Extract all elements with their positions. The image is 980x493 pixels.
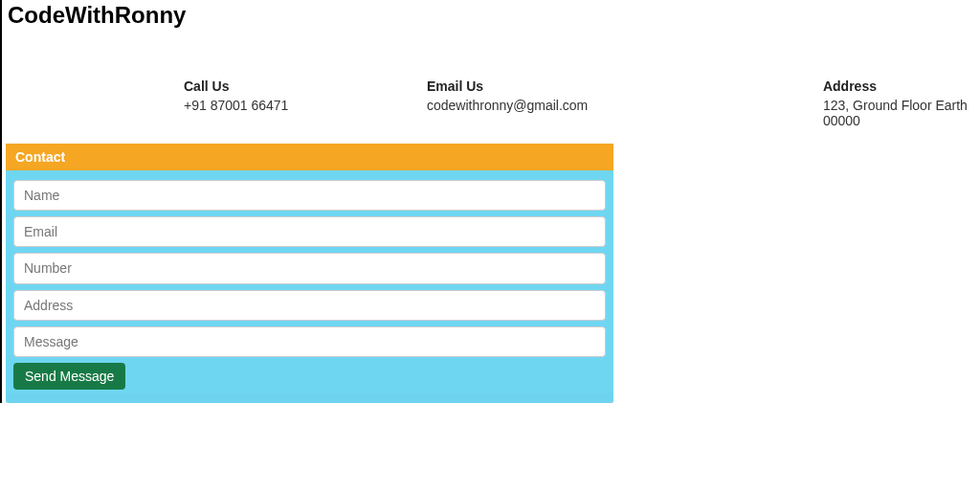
name-input[interactable] bbox=[13, 180, 606, 211]
info-block-email: Email Us codewithronny@gmail.com bbox=[427, 78, 670, 128]
address-value: 123, Ground Floor Earth 00000 bbox=[823, 98, 980, 128]
info-row: Call Us +91 87001 66471 Email Us codewit… bbox=[2, 40, 980, 138]
send-message-button[interactable]: Send Message bbox=[13, 363, 125, 390]
address-input[interactable] bbox=[13, 290, 606, 321]
info-block-call: Call Us +91 87001 66471 bbox=[184, 78, 427, 128]
call-value: +91 87001 66471 bbox=[184, 98, 427, 113]
email-title: Email Us bbox=[427, 78, 670, 94]
message-input[interactable] bbox=[13, 326, 606, 357]
card-header: Contact bbox=[6, 144, 613, 170]
email-input[interactable] bbox=[13, 216, 606, 247]
number-input[interactable] bbox=[13, 253, 606, 283]
info-block-address: Address 123, Ground Floor Earth 00000 bbox=[823, 78, 980, 128]
call-title: Call Us bbox=[184, 78, 427, 94]
address-title: Address bbox=[823, 78, 980, 94]
brand-title: CodeWithRonny bbox=[2, 0, 980, 40]
contact-form: Send Message bbox=[6, 170, 613, 393]
contact-card: Contact Send Message bbox=[6, 144, 613, 403]
email-value: codewithronny@gmail.com bbox=[427, 98, 670, 113]
